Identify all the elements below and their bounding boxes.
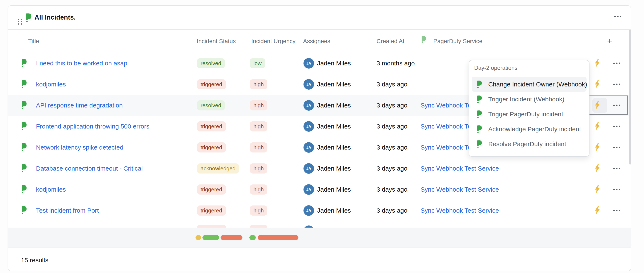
urgency-badge: high xyxy=(250,79,267,89)
column-title[interactable]: Title xyxy=(28,38,39,45)
run-action-button[interactable] xyxy=(594,122,601,131)
avatar: JA xyxy=(304,58,314,69)
created-at-value: 3 days ago xyxy=(376,207,408,214)
column-status[interactable]: Incident Status xyxy=(197,38,236,45)
pagerduty-logo-icon xyxy=(21,206,27,215)
pagerduty-logo-icon xyxy=(21,79,27,88)
assignee-name: Jaden Miles xyxy=(317,165,351,172)
dropdown-item-label: Change Incident Owner (Webhook) xyxy=(488,81,587,88)
column-created-at[interactable]: Created At xyxy=(376,38,404,45)
urgency-badge: high xyxy=(250,206,267,216)
status-badge: resolved xyxy=(197,58,225,68)
assignee-name: Jaden Miles xyxy=(317,123,351,130)
incident-title-link[interactable]: Database connection timeout - Critical xyxy=(36,165,143,172)
incident-title-link[interactable]: Test incident from Port xyxy=(36,207,99,214)
assignee-name: Jaden Miles xyxy=(317,186,351,193)
incident-title-link[interactable]: kodjomiles xyxy=(36,81,66,88)
created-at-value: 3 months ago xyxy=(376,60,415,67)
run-action-button[interactable] xyxy=(594,143,601,152)
pagerduty-logo-icon xyxy=(21,143,27,151)
incident-title-link[interactable]: API response time degradation xyxy=(36,102,123,109)
dropdown-item-label: Trigger PagerDuty incident xyxy=(488,111,563,118)
status-badge: acknowledged xyxy=(197,163,239,174)
created-at-value: 3 days ago xyxy=(376,165,408,172)
assignee-name: Jaden Miles xyxy=(317,207,351,214)
urgency-badge: high xyxy=(250,225,267,228)
row-menu-button[interactable] xyxy=(611,166,622,171)
created-at-value: 3 days ago xyxy=(376,123,408,130)
dropdown-item[interactable]: Resolve PagerDuty incident xyxy=(472,136,586,151)
avatar: JA xyxy=(304,79,314,90)
pagerduty-logo-icon xyxy=(477,80,482,88)
run-action-button[interactable] xyxy=(594,80,601,89)
incident-pagerduty-icon xyxy=(21,164,27,173)
row-menu-button[interactable] xyxy=(611,103,622,108)
incident-pagerduty-icon xyxy=(21,185,27,194)
drag-handle-icon[interactable] xyxy=(18,19,23,26)
skeleton-pill xyxy=(250,235,256,240)
pagerduty-service-link[interactable]: Sync Webhook Test Service xyxy=(420,165,499,172)
loading-strip xyxy=(8,228,631,248)
dropdown-header: Day-2 operations xyxy=(474,63,584,73)
row-menu-button[interactable] xyxy=(611,208,622,214)
skeleton-pill xyxy=(220,235,242,240)
pagerduty-service-link[interactable]: Sync Webhook Test Service xyxy=(420,207,499,214)
status-badge: triggered xyxy=(197,225,226,228)
dropdown-item[interactable]: Change Incident Owner (Webhook) xyxy=(472,77,586,92)
incident-title-link[interactable]: Network latency spike detected xyxy=(36,144,123,151)
dropdown-item-label: Acknowledge PagerDuty incident xyxy=(488,126,581,133)
dropdown-item[interactable]: Trigger PagerDuty incident xyxy=(472,107,586,122)
pagerduty-logo-icon xyxy=(21,164,27,172)
incident-pagerduty-icon xyxy=(21,206,27,215)
pagerduty-service-link[interactable]: Sync Webhook Test Service xyxy=(420,186,499,193)
table-row: kodjomilestriggeredhighJAJaden Miles3 da… xyxy=(8,179,631,200)
pagerduty-logo-icon xyxy=(477,95,482,103)
urgency-badge: low xyxy=(250,58,265,68)
pagerduty-service-column-icon xyxy=(421,36,426,45)
avatar: JA xyxy=(304,184,314,195)
run-action-button[interactable] xyxy=(594,59,601,68)
column-assignees[interactable]: Assignees xyxy=(303,38,330,45)
lightning-bolt-icon xyxy=(594,206,601,215)
dropdown-item[interactable]: Acknowledge PagerDuty incident xyxy=(472,122,586,136)
urgency-badge: high xyxy=(250,184,267,195)
column-pagerduty-service[interactable]: PagerDuty Service xyxy=(433,38,482,45)
widget-menu-button[interactable] xyxy=(612,14,624,19)
dropdown-item-label: Resolve PagerDuty incident xyxy=(488,140,566,148)
lightning-bolt-icon xyxy=(594,80,601,88)
run-action-button[interactable] xyxy=(594,185,601,194)
run-action-button[interactable] xyxy=(594,206,601,215)
dropdown-item[interactable]: Trigger Incident (Webhook) xyxy=(472,92,586,107)
run-action-button[interactable] xyxy=(594,164,601,173)
widget-footer: 15 results xyxy=(8,248,631,271)
pagerduty-logo-icon xyxy=(21,58,27,67)
status-badge: triggered xyxy=(197,184,226,195)
lightning-bolt-icon xyxy=(594,101,601,109)
lightning-bolt-icon xyxy=(594,122,601,130)
incident-title-link[interactable]: kodjomiles xyxy=(36,186,66,193)
assignee-name: Jaden Miles xyxy=(317,144,351,151)
run-action-button[interactable] xyxy=(594,101,601,110)
assignee-name: Jaden Miles xyxy=(317,81,351,88)
row-menu-button[interactable] xyxy=(611,61,622,66)
created-at-value: 3 days ago xyxy=(376,186,408,193)
incident-pagerduty-icon xyxy=(21,79,27,89)
row-menu-button[interactable] xyxy=(611,145,622,150)
day2-operations-menu: Day-2 operations Change Incident Owner (… xyxy=(469,60,590,157)
dropdown-item-label: Trigger Incident (Webhook) xyxy=(488,96,564,103)
add-column-button[interactable]: + xyxy=(603,35,616,48)
incident-pagerduty-icon xyxy=(21,101,27,110)
pagerduty-logo-icon xyxy=(477,110,482,118)
pagerduty-logo-icon xyxy=(477,95,482,103)
results-count: 15 results xyxy=(21,257,48,264)
incident-title-link[interactable]: I need this to be worked on asap xyxy=(36,60,127,67)
row-menu-button[interactable] xyxy=(611,82,622,87)
vertical-scrollbar[interactable] xyxy=(629,30,631,164)
row-menu-button[interactable] xyxy=(611,124,622,129)
table-row: triggeredhigh xyxy=(8,221,631,228)
avatar xyxy=(304,226,314,228)
column-urgency[interactable]: Incident Urgency xyxy=(251,38,296,45)
row-menu-button[interactable] xyxy=(611,187,622,192)
pagerduty-logo-icon xyxy=(21,101,27,109)
incident-title-link[interactable]: Frontend application throwing 500 errors xyxy=(36,123,150,130)
